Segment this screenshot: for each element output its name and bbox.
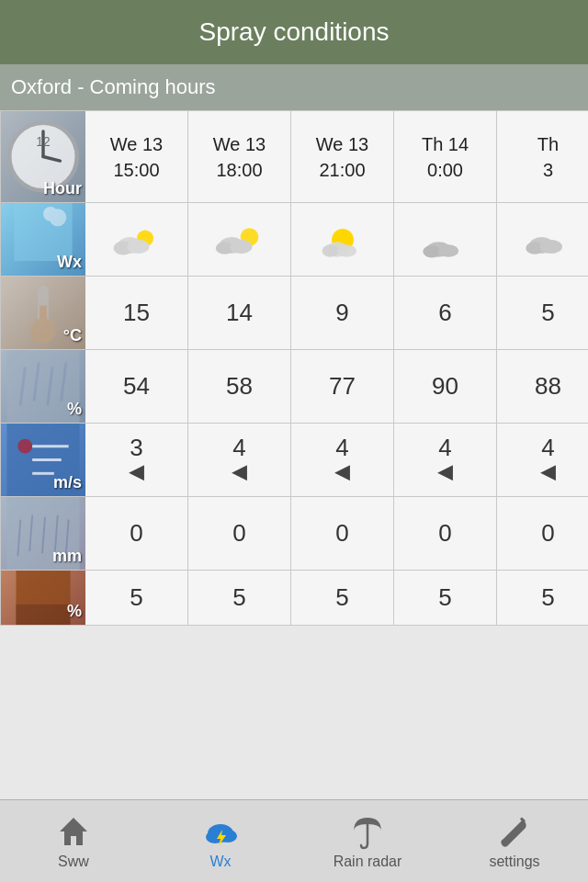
nav-item-settings[interactable]: settings (455, 813, 574, 870)
nav-label-settings: settings (489, 854, 539, 870)
wx-cell-2 (188, 203, 291, 277)
app-header: Spray conditions (0, 0, 588, 64)
humidity-label-cell: % (1, 350, 85, 424)
wx-cell-3 (291, 203, 394, 277)
nav-item-sww[interactable]: Sww (14, 813, 133, 870)
svg-point-17 (322, 244, 338, 257)
temp-cell-3: 9 (291, 277, 394, 350)
hour-header-row: 12 Hour We 13 15:00 We 13 18:00 We 13 21… (1, 111, 589, 203)
temp-cell-2: 14 (188, 277, 291, 350)
soil-cell-4: 5 (394, 571, 497, 626)
wind-cell-4: 4 ▶ (394, 424, 497, 497)
wind-cell-3: 4 ▶ (291, 424, 394, 497)
wind-label-cell: m/s (1, 424, 85, 497)
rain-cell-3: 0 (291, 497, 394, 571)
cloud-sun-icon-2 (212, 212, 267, 267)
nav-item-rain-radar[interactable]: Rain radar (308, 813, 427, 870)
rain-cell-4: 0 (394, 497, 497, 571)
humidity-row: % 54 58 77 90 88 (1, 350, 589, 424)
svg-rect-27 (40, 306, 47, 332)
soil-cell-5: 5 (497, 571, 589, 626)
temp-cell-4: 6 (394, 277, 497, 350)
rain-row-label: mm (52, 547, 82, 566)
wind-row-label: m/s (53, 473, 82, 492)
wx-cell-4 (394, 203, 497, 277)
svg-text:12: 12 (36, 135, 50, 149)
svg-point-24 (540, 240, 562, 254)
humidity-row-label: % (67, 400, 82, 419)
sun-cloud-icon-3 (315, 212, 370, 267)
home-icon (55, 813, 92, 850)
wind-row: m/s 3 ▶ 4 ▶ 4 ▶ (1, 424, 589, 497)
temp-row-label: °C (63, 326, 82, 345)
moon-cloud-icon-4 (418, 212, 473, 267)
soil-cell-1: 5 (85, 571, 188, 626)
wind-arrow-5: ▶ (540, 462, 556, 486)
svg-rect-45 (17, 605, 71, 625)
humidity-cell-3: 77 (291, 350, 394, 424)
temp-label-cell: °C (1, 277, 85, 350)
weather-table: 12 Hour We 13 15:00 We 13 18:00 We 13 21… (0, 110, 588, 626)
wind-arrow-4: ▶ (437, 462, 453, 486)
hour-label-cell: 12 Hour (1, 111, 85, 203)
wind-cell-2: 4 ▶ (188, 424, 291, 497)
nav-label-wx: Wx (209, 854, 231, 870)
temp-cell-5: 5 (497, 277, 589, 350)
location-subtitle: Oxford - Coming hours (0, 64, 588, 110)
rain-label-cell: mm (1, 497, 85, 571)
soil-label-cell: % (1, 571, 85, 626)
humidity-cell-4: 90 (394, 350, 497, 424)
svg-point-6 (43, 207, 58, 221)
col-header-2: We 13 18:00 (188, 111, 291, 203)
rain-cell-2: 0 (188, 497, 291, 571)
col-header-3: We 13 21:00 (291, 111, 394, 203)
temperature-row: °C 15 14 9 6 5 (1, 277, 589, 350)
svg-point-10 (127, 240, 149, 254)
location-text: Oxford - Coming hours (11, 75, 216, 99)
svg-marker-46 (60, 818, 87, 845)
cloud-sun-icon-1 (109, 212, 164, 267)
svg-point-18 (337, 244, 356, 257)
soil-cell-3: 5 (291, 571, 394, 626)
temp-cell-1: 15 (85, 277, 188, 350)
umbrella-icon (349, 813, 386, 850)
wind-arrow-2: ▶ (232, 462, 247, 486)
page-title: Spray conditions (198, 17, 389, 47)
svg-point-21 (437, 244, 458, 257)
humidity-cell-5: 88 (497, 350, 589, 424)
col-header-1: We 13 15:00 (85, 111, 188, 203)
col-header-4: Th 14 0:00 (394, 111, 497, 203)
nav-item-wx[interactable]: Wx (161, 813, 280, 870)
col-header-5: Th 3 (497, 111, 589, 203)
nav-label-sww: Sww (58, 854, 89, 870)
rain-cell-1: 0 (85, 497, 188, 571)
rain-row: mm 0 0 0 0 0 (1, 497, 589, 571)
weather-icon-row: Wx (1, 203, 589, 277)
wx-cloud-icon (202, 813, 239, 850)
rain-cell-5: 0 (497, 497, 589, 571)
wx-label-cell: Wx (1, 203, 85, 277)
wind-arrow-1: ▶ (129, 462, 144, 486)
wrench-icon (496, 813, 533, 850)
wind-cell-1: 3 ▶ (85, 424, 188, 497)
soil-row-label: % (67, 602, 82, 621)
soil-cell-2: 5 (188, 571, 291, 626)
wx-cell-5 (497, 203, 589, 277)
cloud-icon-5 (521, 212, 576, 267)
bottom-navigation: Sww Wx Rain radar settings (0, 799, 588, 882)
wx-cell-1 (85, 203, 188, 277)
nav-label-rain-radar: Rain radar (334, 854, 402, 870)
svg-point-34 (17, 439, 32, 454)
wind-cell-5: 4 ▶ (497, 424, 589, 497)
humidity-cell-1: 54 (85, 350, 188, 424)
svg-point-14 (230, 240, 252, 254)
humidity-cell-2: 58 (188, 350, 291, 424)
weather-table-wrapper: 12 Hour We 13 15:00 We 13 18:00 We 13 21… (0, 110, 588, 799)
wind-arrow-3: ▶ (334, 462, 350, 486)
hour-row-label: Hour (43, 179, 82, 198)
wx-row-label: Wx (57, 253, 82, 272)
soil-row: % 5 5 5 5 5 (1, 571, 589, 626)
